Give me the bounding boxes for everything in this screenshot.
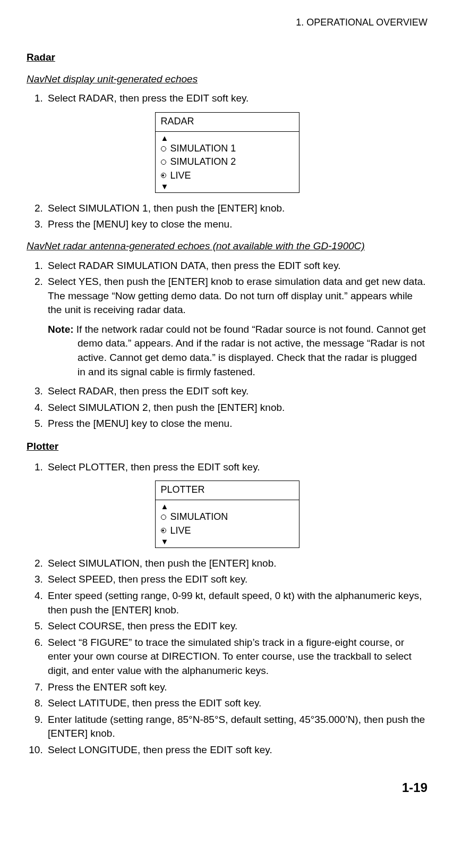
menu-option-label: SIMULATION 2 xyxy=(170,155,236,168)
menu-body: ▲ SIMULATION LIVE ▼ xyxy=(156,500,299,547)
list-item: Select YES, then push the [ENTER] knob t… xyxy=(46,275,427,317)
radar-heading: Radar xyxy=(27,50,427,65)
list-item: Select COURSE, then press the EDIT key. xyxy=(46,619,427,634)
radar-steps-2b: Select RADAR, then press the EDIT soft k… xyxy=(27,384,427,431)
menu-option-label: SIMULATION xyxy=(170,510,228,524)
menu-option: LIVE xyxy=(161,169,294,182)
page-number: 1-19 xyxy=(27,779,427,797)
radio-unselected-icon xyxy=(161,146,166,151)
list-item: Select SIMULATION 1, then push the [ENTE… xyxy=(46,201,427,216)
radar-steps-2a: Select RADAR SIMULATION DATA, then press… xyxy=(27,259,427,317)
radar-subheading-1: NavNet display unit-generated echoes xyxy=(27,72,427,87)
note-text: If the network radar could not be found … xyxy=(74,324,426,377)
list-item: Press the [MENU] key to close the menu. xyxy=(46,417,427,431)
radar-subheading-2: NavNet radar antenna-generated echoes (n… xyxy=(27,239,427,254)
menu-option: SIMULATION xyxy=(161,510,294,524)
list-item: Enter latitude (setting range, 85°N-85°S… xyxy=(46,713,427,741)
note-block: Note: If the network radar could not be … xyxy=(48,323,427,379)
list-item: Select SPEED, then press the EDIT soft k… xyxy=(46,572,427,587)
up-arrow-icon: ▲ xyxy=(161,502,294,510)
menu-option: SIMULATION 2 xyxy=(161,155,294,168)
plotter-menu-box: PLOTTER ▲ SIMULATION LIVE ▼ xyxy=(155,481,299,548)
list-item: Select “8 FIGURE” to trace the simulated… xyxy=(46,636,427,678)
radio-selected-icon xyxy=(161,528,166,533)
menu-option-label: SIMULATION 1 xyxy=(170,142,236,155)
menu-option-label: LIVE xyxy=(170,169,191,182)
menu-title: RADAR xyxy=(156,113,299,132)
radar-steps-1b: Select SIMULATION 1, then push the [ENTE… xyxy=(27,201,427,232)
list-item: Select RADAR, then press the EDIT soft k… xyxy=(46,384,427,399)
plotter-steps-2: Select SIMULATION, then push the [ENTER]… xyxy=(27,557,427,757)
list-item: Select RADAR, then press the EDIT soft k… xyxy=(46,91,427,106)
note-label: Note: xyxy=(48,324,74,335)
list-item: Select LONGITUDE, then press the EDIT so… xyxy=(46,743,427,757)
down-arrow-icon: ▼ xyxy=(161,537,294,545)
menu-option-label: LIVE xyxy=(170,524,191,537)
list-item: Select SIMULATION, then push the [ENTER]… xyxy=(46,557,427,571)
list-item: Press the ENTER soft key. xyxy=(46,680,427,695)
list-item: Select RADAR SIMULATION DATA, then press… xyxy=(46,259,427,273)
menu-body: ▲ SIMULATION 1 SIMULATION 2 LIVE ▼ xyxy=(156,132,299,192)
menu-option: LIVE xyxy=(161,524,294,537)
plotter-heading: Plotter xyxy=(27,440,427,454)
list-item: Select PLOTTER, then press the EDIT soft… xyxy=(46,460,427,475)
list-item: Select LATITUDE, then press the EDIT sof… xyxy=(46,696,427,711)
running-header: 1. OPERATIONAL OVERVIEW xyxy=(27,16,427,29)
list-item: Select SIMULATION 2, then push the [ENTE… xyxy=(46,401,427,415)
list-item: Press the [MENU] key to close the menu. xyxy=(46,217,427,232)
menu-option: SIMULATION 1 xyxy=(161,142,294,155)
menu-title: PLOTTER xyxy=(156,481,299,500)
radar-menu-box: RADAR ▲ SIMULATION 1 SIMULATION 2 LIVE ▼ xyxy=(155,112,299,193)
up-arrow-icon: ▲ xyxy=(161,134,294,142)
plotter-steps-1: Select PLOTTER, then press the EDIT soft… xyxy=(27,460,427,475)
radio-unselected-icon xyxy=(161,159,166,165)
radio-selected-icon xyxy=(161,173,166,178)
radar-steps-1: Select RADAR, then press the EDIT soft k… xyxy=(27,91,427,106)
radio-unselected-icon xyxy=(161,515,166,520)
list-item: Enter speed (setting range, 0-99 kt, def… xyxy=(46,589,427,617)
down-arrow-icon: ▼ xyxy=(161,182,294,190)
page: 1. OPERATIONAL OVERVIEW Radar NavNet dis… xyxy=(0,0,454,812)
